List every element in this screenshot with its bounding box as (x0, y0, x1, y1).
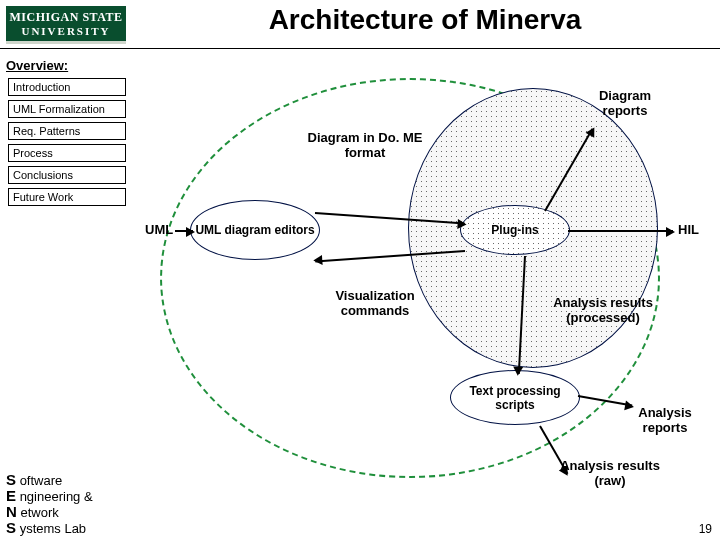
nav-item-future-work[interactable]: Future Work (8, 188, 126, 206)
label-analysis-results-processed: Analysis results (processed) (538, 295, 668, 325)
label-visualization-commands: Visualization commands (315, 288, 435, 318)
page-number: 19 (699, 522, 712, 536)
node-plugins: Plug-ins (460, 205, 570, 255)
sens-n: N (6, 503, 17, 520)
architecture-diagram: UML diagram editors Plug-ins Text proces… (130, 70, 710, 510)
nav-item-process[interactable]: Process (8, 144, 126, 162)
header: MICHIGAN STATE UNIVERSITY Architecture o… (0, 0, 720, 56)
label-diagram-reports: Diagram reports (585, 88, 665, 118)
page-title: Architecture of Minerva (140, 4, 710, 36)
slide: MICHIGAN STATE UNIVERSITY Architecture o… (0, 0, 720, 540)
node-uml-diagram-editors: UML diagram editors (190, 200, 320, 260)
logo-line2: UNIVERSITY (6, 24, 126, 38)
arrow-uml-to-editors (175, 230, 193, 232)
title-rule (0, 48, 720, 49)
label-diagram-in-dome: Diagram in Do. ME format (300, 130, 430, 160)
sens-s2: S (6, 519, 16, 536)
label-uml: UML (145, 222, 173, 237)
sens-lab-footer: S oftware E ngineering & N etwork S yste… (6, 472, 93, 536)
overview-label: Overview: (6, 58, 68, 73)
sens-lab: ystems Lab (16, 521, 86, 536)
sens-ng: ngineering & (16, 489, 93, 504)
sens-etwork: etwork (17, 505, 59, 520)
arrow-plugins-to-hil (568, 230, 673, 232)
label-hil: HIL (678, 222, 699, 237)
nav-item-uml-formalization[interactable]: UML Formalization (8, 100, 126, 118)
sens-oftware: oftware (16, 473, 62, 488)
logo-line1: MICHIGAN STATE (10, 10, 123, 24)
sens-s: S (6, 471, 16, 488)
sens-e: E (6, 487, 16, 504)
label-analysis-reports: Analysis reports (625, 405, 705, 435)
nav-item-req-patterns[interactable]: Req. Patterns (8, 122, 126, 140)
sidebar-nav: Introduction UML Formalization Req. Patt… (8, 78, 126, 210)
nav-item-conclusions[interactable]: Conclusions (8, 166, 126, 184)
node-text-processing-scripts: Text processing scripts (450, 370, 580, 425)
nav-item-introduction[interactable]: Introduction (8, 78, 126, 96)
msu-logo: MICHIGAN STATE UNIVERSITY (6, 6, 126, 44)
